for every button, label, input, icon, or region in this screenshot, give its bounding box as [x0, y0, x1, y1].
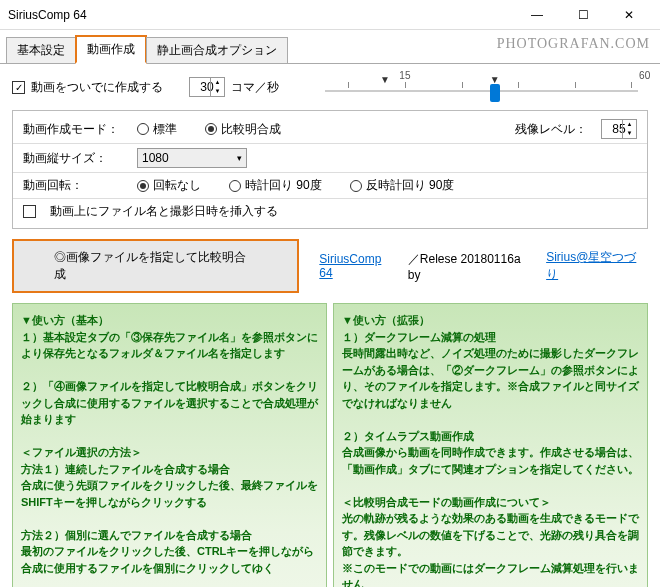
insert-name-label: 動画上にファイル名と撮影日時を挿入する [50, 203, 278, 220]
mode-label: 動画作成モード： [23, 121, 123, 138]
tab-still[interactable]: 静止画合成オプション [146, 37, 288, 63]
help-panel-right: ▼使い方（拡張） １）ダークフレーム減算の処理 長時間露出時など、ノイズ処理のた… [333, 303, 648, 587]
fps-slider[interactable]: ▼ 15 ▼ 60 [315, 72, 648, 102]
slider-thumb[interactable] [490, 84, 500, 102]
compose-button[interactable]: ◎画像ファイルを指定して比較明合成 [12, 239, 299, 293]
spin-down-icon[interactable]: ▼ [210, 87, 224, 96]
residue-input[interactable]: 85 ▲▼ [601, 119, 637, 139]
radio-rotate-ccw[interactable]: 反時計回り 90度 [350, 177, 455, 194]
radio-lighten[interactable]: 比較明合成 [205, 121, 281, 138]
minimize-button[interactable]: — [514, 0, 560, 30]
tab-bar: 基本設定 動画作成 静止画合成オプション PHOTOGRAFAN.COM [0, 30, 660, 64]
fps-input[interactable]: 30 ▲▼ [189, 77, 225, 97]
residue-label: 残像レベル： [515, 121, 587, 138]
brand-label: PHOTOGRAFAN.COM [497, 36, 650, 52]
titlebar: SiriusComp 64 — ☐ ✕ [0, 0, 660, 30]
maximize-button[interactable]: ☐ [560, 0, 606, 30]
tab-movie[interactable]: 動画作成 [75, 35, 147, 64]
spin-up-icon[interactable]: ▲ [622, 120, 636, 129]
create-movie-checkbox[interactable]: ✓ [12, 81, 25, 94]
rotate-label: 動画回転： [23, 177, 123, 194]
spin-down-icon[interactable]: ▼ [622, 129, 636, 138]
app-link[interactable]: SiriusComp 64 [319, 252, 397, 280]
author-link[interactable]: Sirius@星空つづり [546, 249, 648, 283]
size-combo[interactable]: 1080▾ [137, 148, 247, 168]
tab-basic[interactable]: 基本設定 [6, 37, 76, 63]
window-title: SiriusComp 64 [8, 8, 514, 22]
fps-unit: コマ／秒 [231, 79, 279, 96]
close-button[interactable]: ✕ [606, 0, 652, 30]
release-label: ／Relese 20180116a by [408, 251, 536, 282]
spin-up-icon[interactable]: ▲ [210, 78, 224, 87]
help-panel-left: ▼使い方（基本） １）基本設定タブの「③保存先ファイル名」を参照ボタンにより保存… [12, 303, 327, 587]
radio-rotate-none[interactable]: 回転なし [137, 177, 201, 194]
chevron-down-icon: ▾ [237, 153, 242, 163]
insert-name-checkbox[interactable] [23, 205, 36, 218]
radio-standard[interactable]: 標準 [137, 121, 177, 138]
create-movie-label: 動画をついでに作成する [31, 79, 163, 96]
radio-rotate-cw[interactable]: 時計回り 90度 [229, 177, 322, 194]
size-label: 動画縦サイズ： [23, 150, 123, 167]
